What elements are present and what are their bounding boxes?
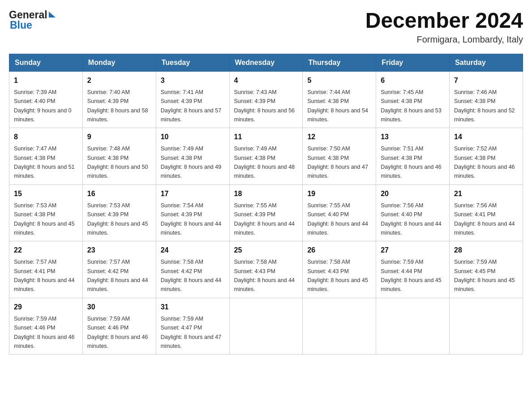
calendar-header-row: Sunday Monday Tuesday Wednesday Thursday… xyxy=(9,54,523,71)
day-number: 25 xyxy=(234,245,298,256)
day-number: 15 xyxy=(14,188,78,199)
day-info: Sunrise: 7:49 AMSunset: 4:38 PMDaylight:… xyxy=(234,146,295,179)
day-info: Sunrise: 7:47 AMSunset: 4:38 PMDaylight:… xyxy=(14,146,75,179)
day-number: 27 xyxy=(381,245,445,256)
calendar-cell: 28 Sunrise: 7:59 AMSunset: 4:45 PMDaylig… xyxy=(450,241,523,298)
day-info: Sunrise: 7:58 AMSunset: 4:42 PMDaylight:… xyxy=(161,259,222,292)
calendar-cell: 9 Sunrise: 7:48 AMSunset: 4:38 PMDayligh… xyxy=(82,128,156,185)
calendar-table: Sunday Monday Tuesday Wednesday Thursday… xyxy=(9,54,523,355)
calendar-cell: 29 Sunrise: 7:59 AMSunset: 4:46 PMDaylig… xyxy=(9,298,83,355)
day-number: 8 xyxy=(14,132,78,142)
day-number: 5 xyxy=(307,75,371,86)
day-info: Sunrise: 7:48 AMSunset: 4:38 PMDaylight:… xyxy=(87,146,148,179)
calendar-week-row-3: 15 Sunrise: 7:53 AMSunset: 4:38 PMDaylig… xyxy=(9,184,523,241)
day-number: 6 xyxy=(381,75,445,86)
day-number: 10 xyxy=(161,132,225,142)
calendar-week-row-5: 29 Sunrise: 7:59 AMSunset: 4:46 PMDaylig… xyxy=(9,298,523,355)
day-info: Sunrise: 7:58 AMSunset: 4:43 PMDaylight:… xyxy=(234,259,295,292)
day-number: 7 xyxy=(454,75,518,86)
col-wednesday: Wednesday xyxy=(229,54,303,71)
day-number: 28 xyxy=(454,245,518,256)
calendar-cell: 25 Sunrise: 7:58 AMSunset: 4:43 PMDaylig… xyxy=(229,241,303,298)
day-info: Sunrise: 7:45 AMSunset: 4:38 PMDaylight:… xyxy=(381,89,442,123)
day-number: 22 xyxy=(14,245,78,256)
calendar-cell: 4 Sunrise: 7:43 AMSunset: 4:39 PMDayligh… xyxy=(229,71,303,128)
col-tuesday: Tuesday xyxy=(156,54,229,71)
day-number: 3 xyxy=(161,75,225,86)
day-number: 13 xyxy=(381,132,445,142)
calendar-cell: 8 Sunrise: 7:47 AMSunset: 4:38 PMDayligh… xyxy=(9,128,83,185)
logo-arrow-icon xyxy=(49,12,56,17)
calendar-cell: 21 Sunrise: 7:56 AMSunset: 4:41 PMDaylig… xyxy=(450,184,523,241)
day-info: Sunrise: 7:56 AMSunset: 4:41 PMDaylight:… xyxy=(454,202,515,236)
day-info: Sunrise: 7:39 AMSunset: 4:40 PMDaylight:… xyxy=(14,89,72,123)
day-info: Sunrise: 7:49 AMSunset: 4:38 PMDaylight:… xyxy=(161,146,222,179)
calendar-cell: 11 Sunrise: 7:49 AMSunset: 4:38 PMDaylig… xyxy=(229,128,303,185)
calendar-cell: 30 Sunrise: 7:59 AMSunset: 4:46 PMDaylig… xyxy=(82,298,156,355)
day-number: 16 xyxy=(87,188,151,199)
day-info: Sunrise: 7:55 AMSunset: 4:40 PMDaylight:… xyxy=(307,202,368,236)
calendar-cell: 5 Sunrise: 7:44 AMSunset: 4:38 PMDayligh… xyxy=(303,71,376,128)
day-info: Sunrise: 7:43 AMSunset: 4:39 PMDaylight:… xyxy=(234,89,295,123)
day-number: 23 xyxy=(87,245,151,256)
day-info: Sunrise: 7:59 AMSunset: 4:45 PMDaylight:… xyxy=(454,259,515,292)
day-number: 30 xyxy=(87,302,151,313)
calendar-cell xyxy=(376,298,450,355)
header-right: December 2024 Formigara, Lombardy, Italy xyxy=(365,9,523,45)
day-info: Sunrise: 7:58 AMSunset: 4:43 PMDaylight:… xyxy=(307,259,368,292)
calendar-cell: 3 Sunrise: 7:41 AMSunset: 4:39 PMDayligh… xyxy=(156,71,229,128)
calendar-week-row-4: 22 Sunrise: 7:57 AMSunset: 4:41 PMDaylig… xyxy=(9,241,523,298)
calendar-cell: 2 Sunrise: 7:40 AMSunset: 4:39 PMDayligh… xyxy=(82,71,156,128)
calendar-cell: 1 Sunrise: 7:39 AMSunset: 4:40 PMDayligh… xyxy=(9,71,83,128)
calendar-cell xyxy=(450,298,523,355)
col-friday: Friday xyxy=(376,54,450,71)
day-info: Sunrise: 7:59 AMSunset: 4:46 PMDaylight:… xyxy=(87,316,148,349)
calendar-cell: 6 Sunrise: 7:45 AMSunset: 4:38 PMDayligh… xyxy=(376,71,450,128)
day-info: Sunrise: 7:56 AMSunset: 4:40 PMDaylight:… xyxy=(381,202,442,236)
day-number: 2 xyxy=(87,75,151,86)
day-number: 11 xyxy=(234,132,298,142)
calendar-cell: 7 Sunrise: 7:46 AMSunset: 4:38 PMDayligh… xyxy=(450,71,523,128)
day-info: Sunrise: 7:52 AMSunset: 4:38 PMDaylight:… xyxy=(454,146,515,179)
calendar-cell: 27 Sunrise: 7:59 AMSunset: 4:44 PMDaylig… xyxy=(376,241,450,298)
day-number: 21 xyxy=(454,188,518,199)
logo-blue-text: Blue xyxy=(10,19,32,31)
day-info: Sunrise: 7:59 AMSunset: 4:46 PMDaylight:… xyxy=(14,316,75,349)
calendar-cell xyxy=(303,298,376,355)
calendar-cell xyxy=(229,298,303,355)
location: Formigara, Lombardy, Italy xyxy=(365,34,523,45)
day-info: Sunrise: 7:59 AMSunset: 4:47 PMDaylight:… xyxy=(161,316,222,349)
day-info: Sunrise: 7:53 AMSunset: 4:38 PMDaylight:… xyxy=(14,202,75,236)
calendar-week-row-2: 8 Sunrise: 7:47 AMSunset: 4:38 PMDayligh… xyxy=(9,128,523,185)
calendar-cell: 19 Sunrise: 7:55 AMSunset: 4:40 PMDaylig… xyxy=(303,184,376,241)
day-number: 14 xyxy=(454,132,518,142)
month-title: December 2024 xyxy=(365,9,523,33)
day-info: Sunrise: 7:57 AMSunset: 4:41 PMDaylight:… xyxy=(14,259,75,292)
day-number: 12 xyxy=(307,132,371,142)
calendar-cell: 22 Sunrise: 7:57 AMSunset: 4:41 PMDaylig… xyxy=(9,241,83,298)
day-number: 1 xyxy=(14,75,78,86)
calendar-cell: 18 Sunrise: 7:55 AMSunset: 4:39 PMDaylig… xyxy=(229,184,303,241)
calendar-cell: 14 Sunrise: 7:52 AMSunset: 4:38 PMDaylig… xyxy=(450,128,523,185)
page-header: General Blue December 2024 Formigara, Lo… xyxy=(9,9,523,45)
col-saturday: Saturday xyxy=(450,54,523,71)
day-info: Sunrise: 7:59 AMSunset: 4:44 PMDaylight:… xyxy=(381,259,442,292)
col-sunday: Sunday xyxy=(9,54,83,71)
logo: General Blue xyxy=(9,9,56,31)
day-number: 26 xyxy=(307,245,371,256)
calendar-cell: 20 Sunrise: 7:56 AMSunset: 4:40 PMDaylig… xyxy=(376,184,450,241)
day-number: 19 xyxy=(307,188,371,199)
calendar-cell: 17 Sunrise: 7:54 AMSunset: 4:39 PMDaylig… xyxy=(156,184,229,241)
day-info: Sunrise: 7:46 AMSunset: 4:38 PMDaylight:… xyxy=(454,89,515,123)
day-info: Sunrise: 7:51 AMSunset: 4:38 PMDaylight:… xyxy=(381,146,442,179)
day-number: 20 xyxy=(381,188,445,199)
col-thursday: Thursday xyxy=(303,54,376,71)
col-monday: Monday xyxy=(82,54,156,71)
calendar-week-row-1: 1 Sunrise: 7:39 AMSunset: 4:40 PMDayligh… xyxy=(9,71,523,128)
calendar-cell: 23 Sunrise: 7:57 AMSunset: 4:42 PMDaylig… xyxy=(82,241,156,298)
day-number: 18 xyxy=(234,188,298,199)
day-info: Sunrise: 7:44 AMSunset: 4:38 PMDaylight:… xyxy=(307,89,368,123)
day-info: Sunrise: 7:41 AMSunset: 4:39 PMDaylight:… xyxy=(161,89,222,123)
day-info: Sunrise: 7:54 AMSunset: 4:39 PMDaylight:… xyxy=(161,202,222,236)
calendar-cell: 15 Sunrise: 7:53 AMSunset: 4:38 PMDaylig… xyxy=(9,184,83,241)
